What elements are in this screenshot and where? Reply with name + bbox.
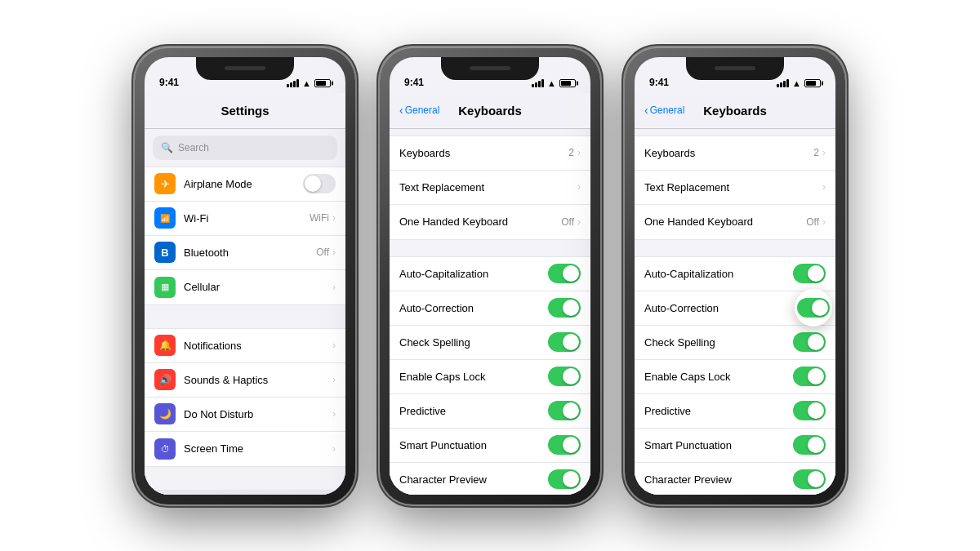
toggle-capslock-2[interactable]: Enable Caps Lock	[390, 360, 590, 394]
nav-bar-2: ‹ General Keyboards	[390, 93, 590, 129]
airplane-icon: ✈	[154, 173, 176, 194]
spelling-label-2: Check Spelling	[399, 336, 548, 349]
back-chevron-2: ‹	[399, 104, 403, 116]
kbd-keyboards-value: 2	[568, 147, 574, 158]
signal-icon-2	[532, 79, 544, 87]
autocorrect-toggle-2[interactable]	[548, 298, 581, 318]
spelling-toggle-2[interactable]	[548, 332, 581, 352]
keyboards-toggle-section-2: Auto-Capitalization Auto-Correction Chec…	[390, 256, 590, 495]
nav-bar-1: Settings	[145, 93, 345, 129]
autocap-toggle-2[interactable]	[548, 264, 581, 283]
capslock-label-3: Enable Caps Lock	[644, 371, 793, 383]
smartpunct-label-2: Smart Punctuation	[399, 439, 548, 451]
capslock-toggle-2[interactable]	[548, 367, 581, 386]
gap-1	[145, 305, 345, 328]
toggle-autocap-2[interactable]: Auto-Capitalization	[390, 257, 590, 291]
kbd-textreplacement[interactable]: Text Replacement ›	[390, 171, 590, 205]
toggle-autocorrect-3[interactable]: Auto-Correction	[635, 291, 835, 326]
list-item-notifications[interactable]: 🔔 Notifications ›	[145, 329, 345, 363]
kbd-textreplacement-label: Text Replacement	[399, 181, 577, 193]
list-item-sounds[interactable]: 🔊 Sounds & Haptics ›	[145, 363, 345, 398]
predictive-toggle-2[interactable]	[548, 401, 581, 420]
kbd-onehanded-chevron: ›	[577, 216, 581, 228]
kbd-onehanded-chevron-3: ›	[822, 216, 826, 228]
capslock-toggle-3[interactable]	[793, 367, 826, 386]
airplane-toggle[interactable]	[303, 174, 336, 193]
notch-3	[686, 57, 784, 80]
bluetooth-label: Bluetooth	[184, 247, 316, 259]
toggle-autocorrect-2[interactable]: Auto-Correction	[390, 291, 590, 326]
toggle-capslock-3[interactable]: Enable Caps Lock	[635, 360, 835, 394]
list-item-airplane[interactable]: ✈ Airplane Mode	[145, 167, 345, 202]
spelling-toggle-3[interactable]	[793, 332, 826, 352]
list-item-bluetooth[interactable]: B Bluetooth Off ›	[145, 236, 345, 270]
screentime-label: Screen Time	[184, 442, 332, 455]
gap-2	[145, 467, 345, 490]
toggle-spelling-2[interactable]: Check Spelling	[390, 326, 590, 360]
kbd-onehanded-3[interactable]: One Handed Keyboard Off ›	[635, 205, 835, 239]
toggle-in-circle[interactable]	[797, 298, 830, 318]
keyboards-content-3[interactable]: Keyboards 2 › Text Replacement › One Han…	[635, 129, 835, 495]
settings-group-2: 🔔 Notifications › 🔊 Sounds & Haptics › 🌙…	[145, 328, 345, 467]
bluetooth-icon: B	[154, 242, 176, 263]
list-item-cellular[interactable]: ▦ Cellular ›	[145, 270, 345, 304]
kbd-textreplacement-3[interactable]: Text Replacement ›	[635, 171, 835, 205]
list-item-screentime[interactable]: ⏱ Screen Time ›	[145, 432, 345, 466]
wifi-settings-icon: 📶	[154, 207, 176, 229]
page-title-3: Keyboards	[703, 104, 767, 118]
settings-group-1: ✈ Airplane Mode 📶 Wi-Fi WiFi › B Bluetoo…	[145, 167, 345, 305]
toggle-autocap-3[interactable]: Auto-Capitalization	[635, 257, 835, 291]
status-icons-3: ▲	[777, 78, 821, 88]
toggle-smartpunct-3[interactable]: Smart Punctuation	[635, 429, 835, 463]
back-button-3[interactable]: ‹ General	[644, 104, 684, 116]
list-item-dnd[interactable]: 🌙 Do Not Disturb ›	[145, 398, 345, 432]
kbd-keyboards[interactable]: Keyboards 2 ›	[390, 136, 590, 171]
kbd-keyboards-3[interactable]: Keyboards 2 ›	[635, 136, 835, 171]
toggle-spelling-3[interactable]: Check Spelling	[635, 326, 835, 360]
list-item-general[interactable]: ⚙ General ›	[145, 491, 345, 495]
airplane-label: Airplane Mode	[184, 178, 303, 190]
keyboards-top-section: Keyboards 2 › Text Replacement › One Han…	[390, 136, 590, 240]
search-bar[interactable]: 🔍 Search	[153, 136, 337, 160]
smartpunct-toggle-3[interactable]	[793, 435, 826, 455]
toggle-charpreview-2[interactable]: Character Preview	[390, 463, 590, 495]
autocap-toggle-3[interactable]	[793, 264, 826, 283]
toggle-charpreview-3[interactable]: Character Preview	[635, 463, 835, 495]
phone-1: 9:41 ▲ Settings 🔍 Se	[135, 47, 355, 504]
signal-icon-1	[287, 79, 299, 87]
smartpunct-toggle-2[interactable]	[548, 435, 581, 455]
charpreview-toggle-2[interactable]	[548, 469, 581, 489]
toggle-smartpunct-2[interactable]: Smart Punctuation	[390, 429, 590, 463]
sounds-icon: 🔊	[154, 369, 176, 390]
autocap-label-2: Auto-Capitalization	[399, 268, 548, 280]
kbd-onehanded-value-3: Off	[806, 216, 819, 228]
kbd-onehanded-value: Off	[561, 216, 574, 228]
battery-fill-3	[806, 81, 816, 86]
kbd-textreplacement-chevron-3: ›	[822, 181, 826, 193]
kbd-onehanded[interactable]: One Handed Keyboard Off ›	[390, 205, 590, 239]
back-chevron-3: ‹	[644, 104, 648, 116]
toggle-predictive-3[interactable]: Predictive	[635, 394, 835, 429]
battery-icon-1	[314, 79, 331, 87]
predictive-toggle-3[interactable]	[793, 401, 826, 420]
charpreview-toggle-3[interactable]	[793, 469, 826, 489]
keyboards-top-section-3: Keyboards 2 › Text Replacement › One Han…	[635, 136, 835, 240]
kbd-keyboards-value-3: 2	[813, 147, 819, 158]
phone-screen-3: 9:41 ▲ ‹ General Keyboards	[635, 57, 835, 495]
kbd-textreplacement-label-3: Text Replacement	[644, 181, 822, 193]
toggle-predictive-2[interactable]: Predictive	[390, 394, 590, 429]
speaker-3	[715, 66, 755, 70]
wifi-label: Wi-Fi	[184, 212, 310, 224]
nav-bar-3: ‹ General Keyboards	[635, 93, 835, 129]
phone-3: 9:41 ▲ ‹ General Keyboards	[625, 47, 845, 504]
notifications-label: Notifications	[184, 340, 332, 352]
back-button-2[interactable]: ‹ General	[399, 104, 439, 116]
keyboards-content-2[interactable]: Keyboards 2 › Text Replacement › One Han…	[390, 129, 590, 495]
settings-content[interactable]: 🔍 Search ✈ Airplane Mode 📶 Wi-Fi WiFi › …	[145, 129, 345, 495]
settings-group-3: ⚙ General › ▦ Control Center › AA Displa…	[145, 490, 345, 495]
list-item-wifi[interactable]: 📶 Wi-Fi WiFi ›	[145, 202, 345, 236]
notch-1	[196, 57, 294, 80]
kbd-onehanded-label: One Handed Keyboard	[399, 216, 561, 228]
notch-2	[441, 57, 539, 80]
screentime-chevron: ›	[332, 443, 336, 455]
